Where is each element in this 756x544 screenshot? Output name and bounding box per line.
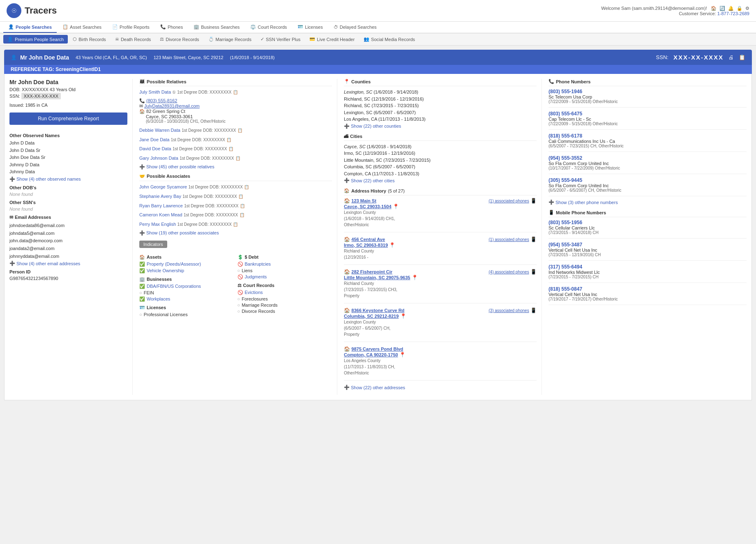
tab-asset-searches[interactable]: 📋 Asset Searches [58, 22, 106, 33]
print-icon[interactable]: 🖨 [728, 54, 734, 60]
subnav-divorce-records[interactable]: ⚖ Divorce Records [156, 35, 203, 44]
assets-title: 🏠 Assets [139, 255, 234, 260]
tab-court-records[interactable]: ⚖️ Court Records [245, 22, 292, 33]
show-more-counties[interactable]: ➕ Show (22) other counties [344, 124, 537, 129]
court-evictions-link[interactable]: Evictions [245, 290, 263, 295]
refresh-icon[interactable]: 🔄 [719, 6, 725, 11]
addr-city-0[interactable]: Cayce, SC 29033-1504 [344, 204, 392, 209]
addr-icon-3: 🏠 [344, 308, 350, 313]
relative-email[interactable]: JulyData28931@email.com [144, 103, 200, 108]
bell-icon[interactable]: 🔔 [728, 6, 734, 11]
addr-city-1[interactable]: Irmo, SC 29063-8319 [344, 243, 388, 248]
mobile-number-2[interactable]: (317) 555-6494 [549, 264, 747, 270]
mobile-dates-0: (7/23/2015 - 9/14/2018) CH [549, 230, 747, 235]
tab-people-searches[interactable]: 👤 People Searches [3, 22, 57, 33]
relative-link-4[interactable]: Gary Johnson Data [139, 156, 178, 161]
col3: 📍 Counties Lexington, SC (1/6/2018 - 9/1… [344, 79, 542, 395]
show-other-names[interactable]: ➕ Show (4) other observed names [9, 177, 127, 182]
tab-phones[interactable]: 📞 Phones [155, 22, 188, 33]
ssn-label: SSN: [656, 54, 668, 60]
relative-link-1[interactable]: Debbie Warren Data [139, 128, 180, 133]
address-row-3: 🏠 8366 Keystone Curve Rd Columbia, SC 29… [344, 308, 537, 342]
tab-business-searches[interactable]: 🏢 Business Searches [189, 22, 244, 33]
show-more-phones[interactable]: ➕ Show (3) other phone numbers [549, 200, 747, 205]
city-3: Columbia, SC (6/5/2007 - 6/5/2007) [344, 163, 537, 170]
relative-link-0[interactable]: July Smith Data [139, 90, 171, 94]
run-comprehensive-report-button[interactable]: Run Comprehensive Report [9, 112, 127, 125]
left-column: Mr John Doe Data DOB: XX/XX/XXXX 43 Year… [9, 79, 133, 395]
subnav-social-media-records[interactable]: 👥 Social Media Records [360, 35, 419, 44]
asset-vehicle-link[interactable]: Vehicle Ownership [147, 268, 184, 273]
copy-icon[interactable]: 📋 [739, 54, 745, 60]
addr-phone-assoc-0[interactable]: (1) associated phones [489, 199, 529, 203]
welcome-text: Welcome Sam (sam.smith.29114@demoemail.c… [601, 6, 749, 11]
addr-phone-assoc-2[interactable]: (4) associated phones [489, 270, 529, 274]
phone-number-2[interactable]: (818) 555-6178 [549, 133, 747, 139]
phone-number-3[interactable]: (954) 555-3552 [549, 155, 747, 161]
phone-number-0[interactable]: (803) 555-1946 [549, 89, 747, 94]
show-more-relatives[interactable]: ➕ Show (45) other possible relatives [139, 164, 332, 170]
asset-property-link[interactable]: Property (Deeds/Assessor) [147, 262, 201, 266]
biz-workplaces-link[interactable]: Workplaces [147, 296, 170, 301]
biz-fein-label: FEIN [144, 290, 154, 295]
associate-link-4[interactable]: Perry Max English [139, 222, 176, 227]
counties-section: 📍 Counties Lexington, SC (1/6/2018 - 9/1… [344, 79, 537, 129]
addr-icon-4: 🏠 [344, 346, 350, 352]
addr-city-3[interactable]: Columbia, SC 29212-8219 [344, 314, 399, 319]
relative-phone[interactable]: (803) 555-8162 [146, 98, 177, 103]
address-icon-rel: 🏠 [139, 109, 145, 114]
biz-dba-link[interactable]: DBA/FBN/US Corporations [147, 284, 201, 289]
subnav-marriage-records[interactable]: 💍 Marriage Records [204, 35, 256, 44]
tab-profile-reports[interactable]: 📄 Profile Reports [107, 22, 154, 33]
mobile-number-0[interactable]: (803) 555-1956 [549, 220, 747, 225]
addr-phone-assoc-3[interactable]: (3) associated phones [489, 308, 529, 313]
city-0: Cayce, SC (1/6/2018 - 9/14/2018) [344, 143, 537, 150]
subnav-premium-people-search[interactable]: 👤 Premium People Search [3, 35, 68, 44]
associate-link-0[interactable]: John George Sycamore [139, 184, 187, 189]
show-emails[interactable]: ➕ Show (4) other email addresses [9, 261, 127, 266]
email-icon-rel: ✉ [139, 103, 143, 108]
tab-delayed-searches[interactable]: ⏱ Delayed Searches [329, 22, 382, 33]
relative-row-2: Jane Doe Data 1st Degree DOB: XXXXXXXX 📋 [139, 136, 332, 143]
phone-numbers-header: 📞 Phone Numbers [549, 79, 747, 86]
phone-number-1[interactable]: (803) 555-6475 [549, 111, 747, 117]
associate-link-3[interactable]: Cameron Koen Mead [139, 212, 182, 217]
associate-link-1[interactable]: Stephanie Avery Bay [139, 194, 181, 199]
customer-service-phone[interactable]: 1-877-723-2689 [717, 11, 749, 16]
associate-link-2[interactable]: Ryan Barry Lawrence [139, 203, 183, 208]
mobile-number-1[interactable]: (954) 555-3487 [549, 242, 747, 248]
mobile-number-3[interactable]: (818) 555-0847 [549, 286, 747, 292]
tab-licenses[interactable]: 🪪 Licenses [293, 22, 327, 33]
lock-icon[interactable]: 🔒 [737, 6, 742, 11]
home-icon[interactable]: 🏠 [711, 6, 717, 11]
phone-dates-2: (6/5/2007 - 7/23/2015) CH, Other/Histori… [549, 144, 747, 148]
addr-city-4[interactable]: Compton, CA 90220-1750 [344, 352, 398, 357]
addr-street-3[interactable]: 8366 Keystone Curve Rd [351, 308, 404, 313]
addr-city-2[interactable]: Little Mountain, SC 29075-9635 [344, 275, 410, 280]
phone-number-4[interactable]: (305) 555-9445 [549, 177, 747, 183]
settings-icon[interactable]: ⚙ [745, 6, 749, 11]
subnav-live-credit-header[interactable]: 💳 Live Credit Header [305, 35, 359, 44]
relative-link-3[interactable]: David Doe Data [139, 146, 171, 151]
show-more-associates[interactable]: ➕ Show (19) other possible associates [139, 230, 332, 236]
addr-pin-2: 📍 [412, 275, 418, 280]
addr-street-0[interactable]: 123 Main St [351, 198, 376, 203]
other-name-5: Johnny Data [9, 168, 127, 176]
show-more-addresses[interactable]: ➕ Show (22) other addresses [344, 385, 537, 390]
relative-link-2[interactable]: Jane Doe Data [139, 137, 169, 142]
addr-street-4[interactable]: 9875 Carvers Pond Blvd [351, 347, 403, 351]
subnav-death-records[interactable]: ☠ Death Records [111, 35, 155, 44]
phone-carrier-3: So Fla Comm Corp United Inc [549, 161, 747, 166]
relative-first-details: 📞 (803) 555-8162 ✉ JulyData28931@email.c… [139, 98, 332, 124]
debt-bankruptcies-link[interactable]: Bankruptcies [245, 262, 271, 266]
debt-judgments-link[interactable]: Judgments [245, 274, 267, 279]
show-more-cities[interactable]: ➕ Show (22) other cities [344, 178, 537, 183]
person-id-title: Person ID [9, 269, 127, 274]
addr-street-1[interactable]: 456 Central Ave [351, 237, 385, 242]
addr-icon-0: 🏠 [344, 198, 350, 204]
subnav-ssn-verifier[interactable]: ✓ SSN Verifier Plus [256, 35, 304, 44]
subnav-birth-records[interactable]: ⬡ Birth Records [69, 35, 110, 44]
mobile-row-0: (803) 555-1956 Sc Cellular Carriers Llc … [549, 220, 747, 239]
addr-street-2[interactable]: 282 Fisherpoint Cir [351, 269, 392, 274]
addr-phone-assoc-1[interactable]: (1) associated phones [489, 237, 529, 242]
